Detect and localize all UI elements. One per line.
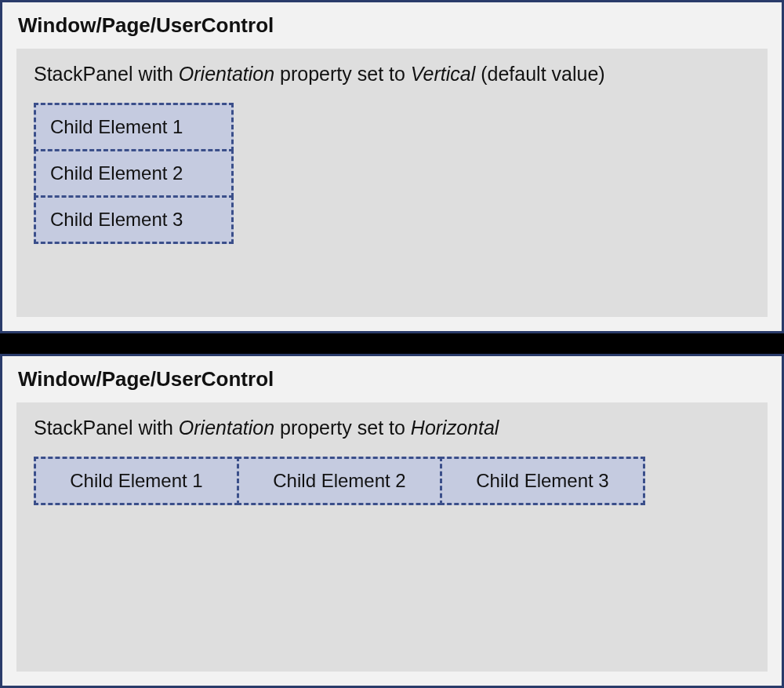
children-container-horizontal: Child Element 1 Child Element 2 Child El… xyxy=(34,457,750,505)
children-container-vertical: Child Element 1 Child Element 2 Child El… xyxy=(34,103,750,244)
desc-mid: property set to xyxy=(274,417,411,439)
child-element: Child Element 3 xyxy=(440,457,645,505)
stackpanel-description: StackPanel with Orientation property set… xyxy=(34,417,750,439)
window-title: Window/Page/UserControl xyxy=(16,13,768,38)
stackpanel-horizontal: StackPanel with Orientation property set… xyxy=(16,402,768,672)
desc-prefix: StackPanel with xyxy=(34,417,179,439)
window-vertical-example: Window/Page/UserControl StackPanel with … xyxy=(0,0,784,333)
window-horizontal-example: Window/Page/UserControl StackPanel with … xyxy=(0,354,784,688)
child-element: Child Element 3 xyxy=(34,195,234,244)
child-element: Child Element 2 xyxy=(237,457,442,505)
desc-value: Vertical xyxy=(411,63,475,85)
stackpanel-vertical: StackPanel with Orientation property set… xyxy=(16,49,768,317)
desc-property: Orientation xyxy=(179,63,274,85)
child-element: Child Element 1 xyxy=(34,457,239,505)
child-element: Child Element 1 xyxy=(34,103,234,151)
desc-property: Orientation xyxy=(179,417,274,439)
child-element: Child Element 2 xyxy=(34,149,234,198)
desc-mid: property set to xyxy=(274,63,411,85)
stackpanel-description: StackPanel with Orientation property set… xyxy=(34,63,750,86)
desc-value: Horizontal xyxy=(411,417,499,439)
window-title: Window/Page/UserControl xyxy=(16,367,768,391)
desc-suffix: (default value) xyxy=(475,63,604,85)
desc-prefix: StackPanel with xyxy=(34,63,179,85)
